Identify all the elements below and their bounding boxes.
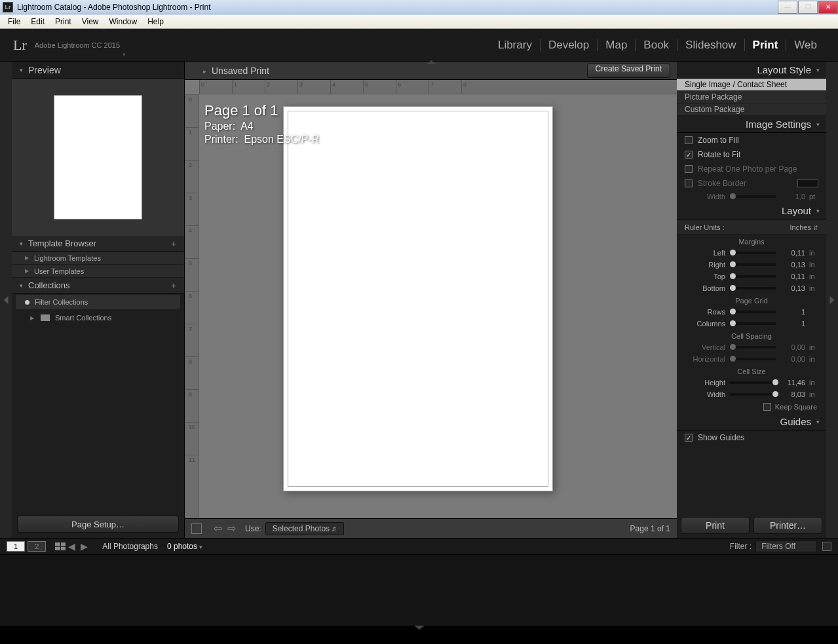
filter-lock-icon[interactable] (822, 542, 831, 551)
zoom-to-fill-checkbox[interactable]: Zoom to Fill (677, 133, 826, 147)
horizontal-ruler: 012 345 678 (199, 80, 677, 94)
layout-header[interactable]: Layout▾ (677, 202, 826, 219)
unsaved-print-label[interactable]: Unsaved Print (191, 66, 587, 76)
layout-style-single[interactable]: Single Image / Contact Sheet (677, 79, 826, 91)
filter-label: Filter : (730, 542, 752, 551)
filter-collections-input[interactable]: Filter Collections (16, 295, 180, 309)
menu-help[interactable]: Help (142, 16, 169, 28)
page-setup-button[interactable]: Page Setup… (17, 516, 179, 533)
close-button[interactable]: ✕ (818, 1, 838, 14)
print-page[interactable] (283, 106, 553, 491)
keep-square-checkbox[interactable]: Keep Square (677, 400, 826, 413)
nav-back-icon[interactable]: ◀ (68, 541, 75, 552)
use-dropdown[interactable]: Selected Photos ⇵ (265, 522, 345, 535)
layout-style-picture[interactable]: Picture Package (677, 91, 826, 104)
printer-button[interactable]: Printer… (753, 517, 822, 534)
right-panel: Layout Style▾ Single Image / Contact She… (677, 62, 826, 538)
show-guides-checkbox[interactable]: Show Guides (677, 430, 826, 445)
columns-slider[interactable]: Columns1 (677, 318, 826, 330)
lightroom-templates-folder[interactable]: ▶ Lightroom Templates (12, 252, 184, 265)
filmstrip-source[interactable]: All Photographs (102, 542, 158, 551)
menu-print[interactable]: Print (50, 16, 77, 28)
minimize-button[interactable]: — (778, 1, 797, 14)
stroke-width-slider[interactable]: Width 1,0 pt (677, 191, 826, 202)
print-cell[interactable] (288, 111, 548, 487)
module-web[interactable]: Web (786, 39, 825, 52)
margins-label: Margins (677, 238, 826, 246)
template-browser-header[interactable]: ▾ Template Browser + (12, 236, 184, 252)
module-print[interactable]: Print (745, 39, 786, 52)
window-title: Lightroom Catalog - Adobe Photoshop Ligh… (17, 3, 777, 12)
identity-plate-caret-icon[interactable]: ▾ (123, 51, 126, 58)
identity-plate-area: Lr Adobe Lightroom CC 2015 ▾ Library Dev… (0, 29, 838, 62)
chevron-right-icon: ▶ (25, 255, 29, 261)
filmstrip-toolbar: 1 2 ◀ ▶ All Photographs 0 photos Filter … (0, 538, 838, 555)
spacing-vertical-slider[interactable]: Vertical0,00in (677, 341, 826, 353)
next-page-icon[interactable]: ⇨ (227, 522, 236, 535)
page-overlay-info: Page 1 of 1 Paper: A4 Printer: Epson ESC… (204, 102, 319, 145)
print-button[interactable]: Print (681, 517, 750, 534)
cell-height-slider[interactable]: Height11,46in (677, 377, 826, 388)
left-panel-expand-icon[interactable] (0, 62, 12, 538)
right-panel-expand-icon[interactable] (826, 62, 838, 538)
stroke-border-checkbox[interactable]: Stroke Border (677, 176, 826, 191)
smart-collections-folder[interactable]: ▶ Smart Collections (12, 311, 184, 325)
top-panel-expand-icon[interactable] (426, 60, 436, 64)
chevron-down-icon: ▾ (20, 282, 23, 289)
cell-width-slider[interactable]: Width8,03in (677, 388, 826, 400)
filmstrip[interactable] (0, 555, 838, 626)
guides-header[interactable]: Guides▾ (677, 413, 826, 430)
collections-header[interactable]: ▾ Collections + (12, 278, 184, 294)
filter-dropdown[interactable]: Filters Off (755, 540, 817, 552)
chevron-down-icon: ▾ (816, 121, 820, 128)
page-overlay-title: Page 1 of 1 (204, 102, 319, 119)
menu-edit[interactable]: Edit (26, 16, 50, 28)
menu-view[interactable]: View (77, 16, 104, 28)
margin-top-slider[interactable]: Top0,11in (677, 271, 826, 282)
secondary-display-button[interactable]: 2 (28, 541, 46, 552)
margin-left-slider[interactable]: Left0,11in (677, 247, 826, 259)
menu-window[interactable]: Window (104, 16, 143, 28)
filmstrip-collapse-icon[interactable] (0, 626, 838, 630)
chevron-down-icon: ▾ (816, 208, 820, 214)
ruler-units-dropdown[interactable]: Ruler Units : Inches ⇵ (677, 219, 826, 235)
cell-size-label: Cell Size (677, 368, 826, 375)
maximize-button[interactable]: ❐ (798, 1, 818, 14)
app-icon: Lr (3, 2, 13, 12)
layout-style-custom[interactable]: Custom Package (677, 104, 826, 116)
add-template-icon[interactable]: + (171, 238, 176, 249)
select-visible-checkbox[interactable] (191, 523, 202, 534)
primary-display-button[interactable]: 1 (7, 541, 25, 552)
module-develop[interactable]: Develop (541, 39, 597, 52)
module-slideshow[interactable]: Slideshow (677, 39, 744, 52)
first-page-icon[interactable]: ⇦ (214, 522, 222, 535)
margin-right-slider[interactable]: Right0,13in (677, 259, 826, 271)
filmstrip-count[interactable]: 0 photos (167, 542, 202, 551)
nav-forward-icon[interactable]: ▶ (81, 541, 88, 552)
repeat-one-checkbox[interactable]: Repeat One Photo per Page (677, 162, 826, 176)
lr-logo: Lr (13, 37, 27, 54)
module-book[interactable]: Book (636, 39, 677, 52)
image-settings-header[interactable]: Image Settings▾ (677, 116, 826, 133)
create-saved-print-button[interactable]: Create Saved Print (587, 64, 670, 78)
layout-style-header[interactable]: Layout Style▾ (677, 62, 826, 79)
page-indicator: Page 1 of 1 (630, 524, 670, 533)
rows-slider[interactable]: Rows1 (677, 306, 826, 318)
chevron-right-icon: ▶ (30, 315, 34, 321)
search-icon (25, 300, 29, 305)
module-library[interactable]: Library (490, 39, 540, 52)
add-collection-icon[interactable]: + (171, 280, 176, 291)
chevron-down-icon: ▾ (816, 419, 820, 425)
box-set-icon (41, 314, 50, 321)
spacing-horizontal-slider[interactable]: Horizontal0,00in (677, 353, 826, 365)
module-map[interactable]: Map (598, 39, 635, 52)
preview-panel-header[interactable]: ▾ Preview (12, 62, 184, 79)
margin-bottom-slider[interactable]: Bottom0,13in (677, 282, 826, 294)
grid-view-icon[interactable] (55, 542, 66, 550)
stroke-color-swatch[interactable] (797, 180, 818, 187)
print-canvas[interactable]: 012 345 678 012 345 678 91011 Page 1 of … (185, 80, 677, 518)
rotate-to-fit-checkbox[interactable]: Rotate to Fit (677, 147, 826, 162)
vertical-ruler: 012 345 678 91011 (185, 94, 199, 518)
menu-file[interactable]: File (3, 16, 26, 28)
user-templates-folder[interactable]: ▶ User Templates (12, 265, 184, 278)
